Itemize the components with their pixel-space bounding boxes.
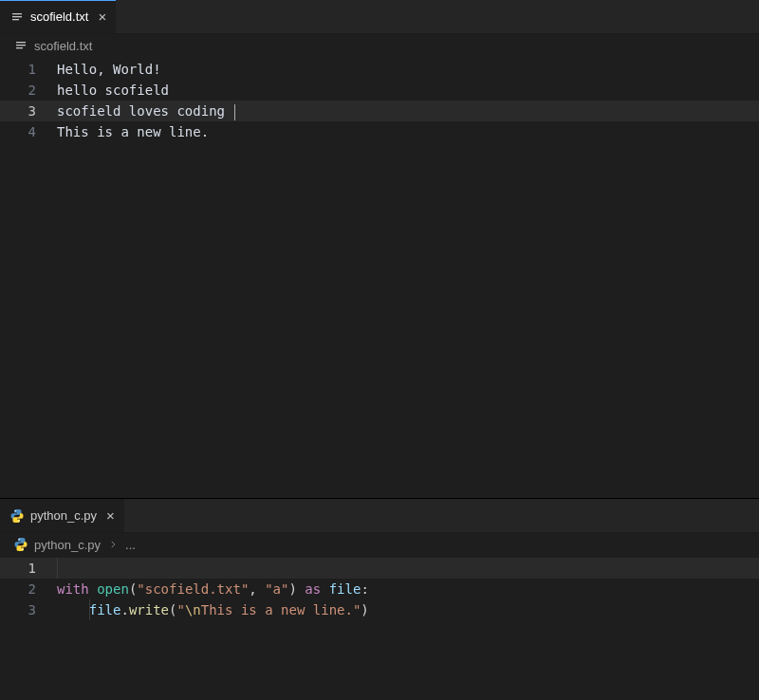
- close-icon[interactable]: ×: [98, 9, 106, 24]
- code-content: scofield loves coding: [57, 101, 759, 121]
- tab-scofield-txt[interactable]: scofield.txt ×: [0, 0, 117, 33]
- text-file-icon: [9, 9, 25, 25]
- tab-label: python_c.py: [30, 508, 97, 523]
- line-number: 2: [0, 80, 57, 101]
- text-cursor: [234, 104, 235, 120]
- close-icon[interactable]: ×: [106, 508, 115, 523]
- svg-rect-2: [12, 19, 19, 20]
- svg-point-7: [18, 520, 19, 521]
- svg-rect-0: [12, 13, 22, 14]
- code-line: 1: [0, 558, 759, 579]
- editor-area-bottom[interactable]: 1 2 with open("scofield.txt", "a") as fi…: [0, 556, 759, 700]
- code-line: 4This is a new line.: [0, 121, 759, 142]
- svg-rect-3: [16, 42, 26, 43]
- code-content: Hello, World!: [57, 59, 759, 80]
- bottom-editor-pane: python_c.py × python_c.py ... 1 2 with o…: [0, 498, 759, 700]
- editor-area-top[interactable]: 1Hello, World!2hello scofield3scofield l…: [0, 57, 759, 498]
- svg-rect-1: [12, 16, 22, 17]
- python-file-icon: [9, 508, 25, 524]
- code-content: hello scofield: [57, 80, 759, 101]
- code-content: with open("scofield.txt", "a") as file:: [57, 579, 759, 599]
- text-file-icon: [13, 38, 28, 53]
- svg-rect-4: [16, 45, 26, 46]
- breadcrumb-extra: ...: [125, 538, 136, 552]
- python-file-icon: [13, 537, 28, 552]
- breadcrumb-file: scofield.txt: [34, 39, 92, 53]
- breadcrumb-bottom[interactable]: python_c.py ...: [0, 533, 759, 556]
- line-number: 3: [0, 599, 57, 620]
- code-content: [57, 558, 759, 579]
- line-number: 3: [0, 101, 57, 121]
- svg-point-8: [19, 539, 20, 540]
- chevron-right-icon: [108, 540, 118, 549]
- top-editor-pane: scofield.txt × scofield.txt 1Hello, Worl…: [0, 0, 759, 498]
- tab-label: scofield.txt: [30, 9, 88, 24]
- line-number: 4: [0, 121, 57, 142]
- breadcrumb-top[interactable]: scofield.txt: [0, 34, 759, 57]
- code-content: This is a new line.: [57, 121, 759, 142]
- breadcrumb-file: python_c.py: [34, 538, 101, 552]
- code-content: file.write("\nThis is a new line."): [57, 599, 759, 620]
- tab-bar-top: scofield.txt ×: [0, 0, 759, 34]
- tab-bar-bottom: python_c.py ×: [0, 499, 759, 533]
- tab-python-c-py[interactable]: python_c.py ×: [0, 499, 125, 532]
- svg-point-6: [15, 510, 16, 511]
- code-line: 2hello scofield: [0, 80, 759, 101]
- svg-point-9: [22, 549, 23, 550]
- code-line: 1Hello, World!: [0, 59, 759, 80]
- line-number: 1: [0, 59, 57, 80]
- code-line: 2 with open("scofield.txt", "a") as file…: [0, 579, 759, 599]
- line-number: 2: [0, 579, 57, 599]
- code-line: 3scofield loves coding: [0, 101, 759, 121]
- code-line: 3 file.write("\nThis is a new line."): [0, 599, 759, 620]
- svg-rect-5: [16, 47, 23, 48]
- line-number: 1: [0, 558, 57, 579]
